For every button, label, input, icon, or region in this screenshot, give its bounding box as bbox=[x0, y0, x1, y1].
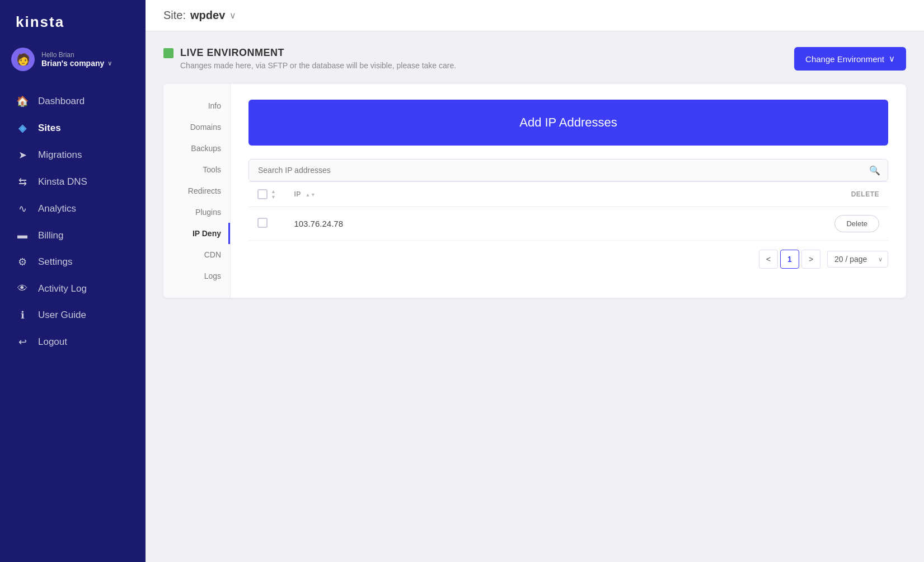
ip-table: ▲▼ IP ▲▼ DELETE bbox=[248, 181, 888, 241]
sidebar-item-logout[interactable]: ↩ Logout bbox=[0, 329, 146, 355]
add-ip-addresses-button[interactable]: Add IP Addresses bbox=[248, 100, 888, 146]
th-ip: IP ▲▼ bbox=[285, 182, 597, 207]
billing-icon: ▬ bbox=[16, 230, 29, 241]
sidebar-item-activity-log[interactable]: 👁 Activity Log bbox=[0, 275, 146, 302]
sidebar-item-label: Sites bbox=[38, 123, 61, 134]
env-description: Changes made here, via SFTP or the datab… bbox=[180, 61, 456, 70]
logout-icon: ↩ bbox=[16, 336, 29, 348]
row-ip-cell: 103.76.24.78 bbox=[285, 207, 597, 241]
sidebar-item-label: User Guide bbox=[38, 310, 86, 321]
sidebar-item-label: Activity Log bbox=[38, 283, 87, 294]
row-delete-cell: Delete bbox=[597, 207, 888, 241]
per-page-select[interactable]: 20 / page 50 / page 100 / page bbox=[827, 251, 888, 268]
subnav-item-plugins[interactable]: Plugins bbox=[163, 202, 230, 223]
site-label: Site: bbox=[163, 9, 186, 22]
sidebar-item-kinsta-dns[interactable]: ⇆ Kinsta DNS bbox=[0, 168, 146, 195]
dns-icon: ⇆ bbox=[16, 176, 29, 188]
content-area: LIVE ENVIRONMENT Changes made here, via … bbox=[146, 31, 924, 562]
pagination: < 1 > 20 / page 50 / page 100 / page bbox=[248, 241, 888, 269]
pagination-page-1-button[interactable]: 1 bbox=[780, 250, 799, 269]
sidebar-item-label: Kinsta DNS bbox=[38, 176, 87, 188]
site-name: wpdev bbox=[190, 9, 225, 22]
dashboard-icon: 🏠 bbox=[16, 95, 29, 107]
sidebar-item-user-guide[interactable]: ℹ User Guide bbox=[0, 302, 146, 329]
sidebar-item-label: Logout bbox=[38, 336, 67, 348]
env-title: LIVE ENVIRONMENT bbox=[180, 47, 456, 59]
user-company[interactable]: Brian's company ∨ bbox=[41, 59, 134, 68]
sidebar-item-dashboard[interactable]: 🏠 Dashboard bbox=[0, 88, 146, 115]
content-wrapper: Info Domains Backups Tools Redirects Plu… bbox=[163, 84, 906, 298]
table-row: 103.76.24.78 Delete bbox=[248, 207, 888, 241]
sidebar: kinsta 🧑 Hello Brian Brian's company ∨ 🏠… bbox=[0, 0, 146, 562]
sidebar-item-label: Dashboard bbox=[38, 96, 85, 107]
per-page-wrapper: 20 / page 50 / page 100 / page ∨ bbox=[823, 251, 888, 268]
search-row: 🔍 bbox=[248, 159, 888, 181]
activity-log-icon: 👁 bbox=[16, 283, 29, 294]
subnav-item-backups[interactable]: Backups bbox=[163, 138, 230, 159]
th-delete: DELETE bbox=[597, 182, 888, 207]
sidebar-item-label: Billing bbox=[38, 230, 63, 241]
subnav-item-ip-deny[interactable]: IP Deny bbox=[163, 223, 230, 244]
sort-arrows-icon[interactable]: ▲▼ bbox=[271, 189, 276, 200]
settings-icon: ⚙ bbox=[16, 256, 29, 268]
search-wrapper: 🔍 bbox=[248, 159, 888, 181]
env-info: LIVE ENVIRONMENT Changes made here, via … bbox=[163, 47, 456, 70]
top-bar: Site: wpdev ∨ bbox=[146, 0, 924, 31]
analytics-icon: ∿ bbox=[16, 203, 29, 215]
sidebar-item-settings[interactable]: ⚙ Settings bbox=[0, 249, 146, 275]
subnav-item-domains[interactable]: Domains bbox=[163, 116, 230, 138]
th-checkbox: ▲▼ bbox=[248, 182, 285, 207]
ip-deny-panel: Add IP Addresses 🔍 bbox=[231, 84, 906, 298]
pagination-prev-button[interactable]: < bbox=[759, 250, 778, 269]
live-env-indicator bbox=[163, 48, 173, 58]
delete-ip-button[interactable]: Delete bbox=[834, 215, 879, 232]
sidebar-item-migrations[interactable]: ➤ Migrations bbox=[0, 142, 146, 168]
sidebar-item-sites[interactable]: ◈ Sites bbox=[0, 115, 146, 142]
main-nav: 🏠 Dashboard ◈ Sites ➤ Migrations ⇆ Kinst… bbox=[0, 82, 146, 562]
sidebar-item-billing[interactable]: ▬ Billing bbox=[0, 222, 146, 249]
search-icon: 🔍 bbox=[869, 165, 880, 176]
user-info: Hello Brian Brian's company ∨ bbox=[41, 51, 134, 68]
brand-logo: kinsta bbox=[0, 0, 146, 42]
search-ip-input[interactable] bbox=[248, 159, 888, 181]
avatar: 🧑 bbox=[11, 48, 35, 71]
row-checkbox-cell bbox=[248, 207, 285, 241]
subnav-item-redirects[interactable]: Redirects bbox=[163, 180, 230, 202]
subnav-item-tools[interactable]: Tools bbox=[163, 159, 230, 180]
row-checkbox[interactable] bbox=[257, 218, 268, 228]
change-environment-button[interactable]: Change Environment ∨ bbox=[794, 47, 906, 71]
user-profile[interactable]: 🧑 Hello Brian Brian's company ∨ bbox=[0, 42, 146, 82]
sidebar-item-label: Settings bbox=[38, 256, 72, 268]
select-all-checkbox[interactable] bbox=[257, 189, 268, 199]
change-env-chevron-icon: ∨ bbox=[889, 54, 895, 64]
user-guide-icon: ℹ bbox=[16, 309, 29, 321]
pagination-next-button[interactable]: > bbox=[801, 250, 820, 269]
sub-navigation: Info Domains Backups Tools Redirects Plu… bbox=[163, 84, 231, 298]
ip-sort-icon[interactable]: ▲▼ bbox=[305, 192, 316, 198]
company-chevron-icon: ∨ bbox=[107, 60, 112, 67]
site-selector[interactable]: Site: wpdev ∨ bbox=[163, 9, 236, 22]
site-chevron-icon: ∨ bbox=[229, 10, 236, 21]
sidebar-item-analytics[interactable]: ∿ Analytics bbox=[0, 195, 146, 222]
user-greeting: Hello Brian bbox=[41, 51, 134, 59]
subnav-item-logs[interactable]: Logs bbox=[163, 265, 230, 287]
subnav-item-info[interactable]: Info bbox=[163, 95, 230, 116]
migrations-icon: ➤ bbox=[16, 149, 29, 161]
sidebar-item-label: Migrations bbox=[38, 149, 82, 161]
sidebar-item-label: Analytics bbox=[38, 203, 76, 214]
env-text: LIVE ENVIRONMENT Changes made here, via … bbox=[180, 47, 456, 70]
subnav-item-cdn[interactable]: CDN bbox=[163, 244, 230, 265]
environment-banner: LIVE ENVIRONMENT Changes made here, via … bbox=[163, 47, 906, 71]
main-content: Site: wpdev ∨ LIVE ENVIRONMENT Changes m… bbox=[146, 0, 924, 562]
sites-icon: ◈ bbox=[16, 122, 29, 134]
